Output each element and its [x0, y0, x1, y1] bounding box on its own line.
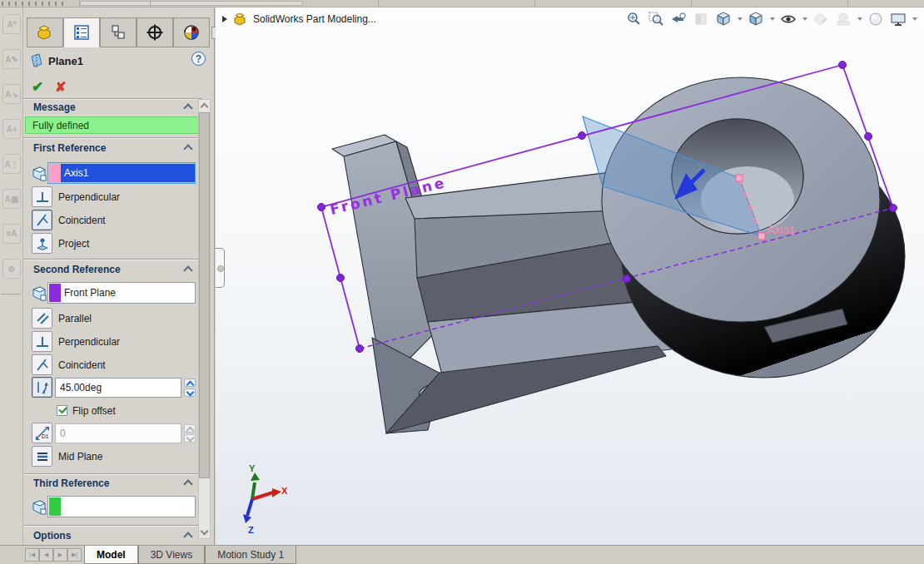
second-ref-constraint-coincident[interactable]: Coincident — [58, 354, 106, 375]
next-tab-icon[interactable]: ▶ — [53, 548, 67, 562]
first-tab-icon[interactable]: |◀ — [25, 548, 39, 562]
axis1-label[interactable]: Axis1 — [767, 223, 795, 236]
help-icon[interactable]: ? — [191, 52, 206, 66]
message-header[interactable]: Message — [33, 101, 189, 115]
tab-propertymanager[interactable] — [63, 17, 100, 47]
part-icon — [233, 12, 247, 26]
hide-show-items-icon[interactable] — [779, 10, 797, 28]
breadcrumb: SolidWorks Part Modeling... — [222, 10, 376, 28]
collapse-options-icon[interactable] — [185, 532, 191, 538]
options-header[interactable]: Options — [33, 530, 189, 543]
annotation-tool-icon-7[interactable]: ⌗A — [2, 224, 21, 244]
angle-input[interactable]: 45.00deg — [55, 378, 181, 398]
third-reference-header[interactable]: Third Reference — [33, 477, 189, 491]
panel-collapse-handle[interactable] — [216, 248, 225, 288]
document-title[interactable]: SolidWorks Part Modeling... — [253, 13, 376, 25]
view-settings-icon[interactable] — [867, 10, 885, 28]
display-style-icon[interactable] — [747, 10, 765, 28]
edit-appearance-icon[interactable] — [812, 10, 830, 28]
first-ref-constraint-coincident[interactable]: Coincident — [58, 210, 106, 230]
scroll-down-icon[interactable] — [199, 527, 210, 538]
mid-plane-label[interactable]: Mid Plane — [58, 446, 102, 467]
heads-up-toolbar — [624, 8, 917, 30]
apply-scene-icon[interactable] — [834, 10, 852, 28]
apply-scene-dropdown-icon[interactable] — [857, 17, 862, 21]
full-screen-dropdown-icon[interactable] — [912, 17, 917, 21]
collapse-message-icon[interactable] — [185, 103, 191, 110]
angle-spin-down[interactable] — [184, 388, 196, 397]
angle-icon[interactable]: A — [32, 377, 52, 398]
offset-distance-input[interactable]: 0 — [55, 423, 181, 443]
first-reference-header[interactable]: First Reference — [33, 142, 189, 156]
dimxpert-icon — [146, 24, 164, 41]
parallel-icon[interactable] — [32, 308, 52, 329]
annotation-tool-icon-8[interactable]: ⚙ — [2, 259, 21, 279]
second-ref-constraint-perpendicular[interactable]: Perpendicular — [58, 331, 120, 352]
tab-configurationmanager[interactable] — [100, 17, 137, 47]
zoom-to-fit-icon[interactable] — [624, 10, 643, 28]
perpendicular-icon[interactable] — [32, 186, 52, 207]
selected-reference[interactable]: Front Plane — [61, 284, 195, 302]
first-reference-selection-box[interactable]: Axis1 — [47, 162, 196, 184]
offset-spin-up[interactable] — [184, 424, 196, 433]
angle-spinner — [183, 378, 196, 398]
flip-offset-label[interactable]: Flip offset — [72, 400, 116, 421]
bottom-bar: |◀ ◀ ▶ ▶| Model 3D Views Motion Study 1 — [0, 545, 924, 564]
annotation-tool-icon-1[interactable]: A* — [2, 14, 21, 34]
flip-offset-checkbox[interactable] — [57, 405, 67, 416]
full-screen-icon[interactable] — [889, 10, 907, 28]
second-reference-header[interactable]: Second Reference — [33, 264, 189, 277]
panel-scrollbar[interactable] — [198, 99, 211, 539]
collapse-second-reference-icon[interactable] — [185, 265, 191, 272]
annotation-tool-icon-3[interactable]: A↘ — [2, 84, 21, 104]
second-reference-selection-box[interactable]: Front Plane — [47, 282, 196, 304]
annotation-tool-icon-2[interactable]: A✎ — [2, 49, 21, 69]
tab-motion-study[interactable]: Motion Study 1 — [205, 546, 296, 564]
hide-show-dropdown-icon[interactable] — [802, 17, 807, 21]
collapse-first-reference-icon[interactable] — [185, 144, 191, 151]
zoom-to-area-icon[interactable] — [647, 10, 665, 28]
last-tab-icon[interactable]: ▶| — [67, 548, 82, 562]
second-ref-constraint-parallel[interactable]: Parallel — [58, 308, 92, 329]
angle-spin-up[interactable] — [184, 378, 196, 387]
tab-dimxpertmanager[interactable] — [137, 17, 173, 47]
docked-toolbar-strip — [0, 0, 924, 7]
tab-displaymanager[interactable] — [173, 17, 210, 47]
offset-distance-icon[interactable]: D1 — [32, 423, 52, 443]
selection-color-swatch — [49, 497, 61, 516]
third-reference-selection-box[interactable] — [47, 496, 196, 517]
selected-reference[interactable]: Axis1 — [61, 164, 195, 182]
cancel-button[interactable]: ✘ — [55, 79, 66, 95]
model-scene[interactable]: Front Plane Axis1 Y X Z — [216, 7, 924, 545]
expand-tree-icon[interactable] — [222, 16, 227, 22]
first-ref-constraint-project[interactable]: Project — [58, 233, 89, 254]
first-ref-constraint-perpendicular[interactable]: Perpendicular — [58, 186, 120, 207]
previous-view-icon[interactable] — [669, 10, 688, 28]
collapse-third-reference-icon[interactable] — [185, 479, 191, 486]
previous-tab-icon[interactable]: ◀ — [39, 548, 53, 562]
ok-button[interactable]: ✔ — [32, 78, 43, 96]
mid-plane-icon[interactable] — [32, 446, 52, 467]
scroll-up-icon[interactable] — [199, 100, 210, 111]
section-view-icon[interactable] — [692, 10, 710, 28]
tab-3d-views[interactable]: 3D Views — [138, 546, 205, 564]
coincident-icon[interactable] — [32, 354, 52, 375]
annotation-tool-icon-6[interactable]: A▣ — [2, 189, 21, 209]
view-orientation-icon[interactable] — [714, 10, 733, 28]
coincident-icon[interactable] — [32, 210, 52, 230]
toolbar-drag-handle[interactable] — [2, 2, 68, 6]
part-icon — [36, 24, 54, 41]
perpendicular-icon[interactable] — [32, 331, 52, 352]
graphics-area[interactable]: Front Plane Axis1 Y X Z — [216, 7, 924, 545]
project-icon[interactable] — [32, 233, 52, 254]
offset-spin-down[interactable] — [184, 434, 196, 443]
scrollbar-thumb[interactable] — [199, 112, 210, 478]
selected-reference[interactable] — [61, 497, 195, 516]
annotation-tool-icon-4[interactable]: A+ — [2, 119, 21, 139]
display-style-dropdown-icon[interactable] — [770, 17, 775, 21]
axis-endpoint-handle — [736, 175, 743, 181]
tab-model[interactable]: Model — [84, 546, 138, 564]
tab-featuremanager[interactable] — [27, 17, 63, 47]
annotation-tool-icon-5[interactable]: A⋮ — [2, 154, 21, 174]
view-orientation-dropdown-icon[interactable] — [738, 17, 743, 21]
